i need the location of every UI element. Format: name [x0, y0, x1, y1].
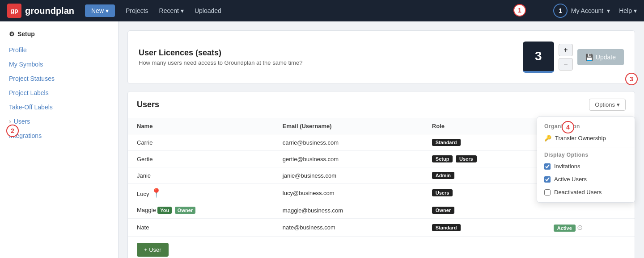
sidebar-item-profile[interactable]: Profile: [0, 43, 118, 57]
add-user-button[interactable]: + User: [137, 243, 169, 257]
help-link[interactable]: Help ▾: [619, 7, 637, 14]
col-name: Name: [128, 118, 274, 134]
sidebar-takeoff-label: Take-Off Labels: [9, 104, 53, 111]
chevron-down-icon: ▾: [607, 7, 610, 14]
chevron-down-icon: ▾: [617, 101, 620, 108]
user-name: Nate: [128, 219, 274, 237]
uploaded-link[interactable]: Uploaded: [195, 7, 221, 14]
annotation-3: 3: [625, 73, 638, 85]
gear-icon: ⚙: [9, 30, 15, 37]
users-title: Users: [137, 100, 159, 109]
sidebar-users-label: Users: [14, 118, 30, 125]
decrement-button[interactable]: −: [559, 58, 573, 71]
active-users-checkbox-item[interactable]: Active Users: [537, 173, 635, 186]
table-row: Nate nate@business.com Standard Active ⊙: [128, 219, 635, 237]
licence-title: User Licences (seats): [139, 48, 302, 58]
user-email: lucy@business.com: [274, 184, 423, 202]
user-role: Admin: [423, 167, 545, 184]
annotation-1: 1: [513, 4, 526, 17]
update-button[interactable]: 💾 Update: [577, 49, 624, 65]
logo[interactable]: gp groundplan: [7, 4, 74, 18]
navbar: gp groundplan New ▾ Projects Recent ▾ Up…: [0, 0, 644, 21]
save-icon: 💾: [585, 54, 593, 61]
table-row: Maggie You Owner maggie@business.com Own…: [128, 202, 635, 219]
user-email: nate@business.com: [274, 219, 423, 237]
chevron-right-icon: ›: [9, 118, 11, 125]
invitations-checkbox[interactable]: [544, 163, 551, 170]
dropdown-divider: [537, 147, 635, 147]
new-button[interactable]: New ▾: [85, 4, 115, 17]
increment-button[interactable]: +: [559, 44, 573, 56]
display-section-label: Display Options: [537, 149, 635, 160]
row-actions: [545, 202, 635, 219]
main-content: User Licences (seats) How many users nee…: [119, 21, 644, 258]
users-header: Users Options ▾: [128, 92, 635, 118]
annotation-2: 2: [6, 125, 19, 137]
location-pin-icon: 📍: [151, 188, 162, 198]
options-button[interactable]: Options ▾: [589, 99, 626, 111]
col-role: Role: [423, 118, 545, 134]
chevron-down-icon: ▾: [181, 7, 184, 14]
main-layout: ⚙ Setup Profile My Symbols Project Statu…: [0, 21, 644, 258]
user-name: Carrie: [128, 134, 274, 151]
sidebar-item-project-statuses[interactable]: Project Statuses: [0, 71, 118, 86]
new-label: New: [91, 7, 104, 14]
recent-link[interactable]: Recent ▾: [159, 7, 184, 14]
deactivated-users-checkbox-item[interactable]: Deactivated Users: [537, 186, 635, 199]
user-email: janie@business.com: [274, 167, 423, 184]
owner-badge: Owner: [175, 207, 195, 214]
setup-section-title: ⚙ Setup: [0, 30, 118, 43]
projects-link[interactable]: Projects: [126, 7, 148, 14]
annotation-4: 4: [562, 121, 574, 133]
deactivated-users-checkbox[interactable]: [544, 189, 551, 196]
account-menu[interactable]: 1 My Account ▾: [553, 4, 610, 18]
org-section-label: Organisation: [537, 121, 635, 131]
row-actions: Active ⊙: [545, 219, 635, 237]
user-role: Owner: [423, 202, 545, 219]
account-icon: 1: [553, 4, 568, 18]
col-email: Email (Username): [274, 118, 423, 134]
licence-controls: 3 + − 💾 Update: [523, 42, 624, 73]
user-role: Standard: [423, 219, 545, 237]
user-name: Gertie: [128, 151, 274, 167]
user-role: Setup Users: [423, 151, 545, 167]
seat-counter: 3: [523, 42, 554, 73]
sidebar-item-symbols[interactable]: My Symbols: [0, 57, 118, 71]
user-name: Janie: [128, 167, 274, 184]
user-name: Lucy 📍: [128, 184, 274, 202]
active-users-checkbox[interactable]: [544, 176, 551, 183]
transfer-ownership-item[interactable]: 🔑 Transfer Ownership: [537, 131, 635, 145]
chevron-down-icon: ▾: [634, 7, 637, 14]
licence-description: How many users need access to Groundplan…: [139, 59, 302, 66]
invitations-checkbox-item[interactable]: Invitations: [537, 160, 635, 173]
licence-inner: User Licences (seats) How many users nee…: [139, 42, 624, 73]
licence-text: User Licences (seats) How many users nee…: [139, 48, 302, 66]
sidebar-item-takeoff-labels[interactable]: Take-Off Labels: [0, 100, 118, 114]
nav-right: 1 My Account ▾ Help ▾: [553, 4, 637, 18]
sidebar: ⚙ Setup Profile My Symbols Project Statu…: [0, 21, 119, 258]
sidebar-symbols-label: My Symbols: [9, 61, 43, 68]
user-name: Maggie You Owner: [128, 202, 274, 219]
licence-card: User Licences (seats) How many users nee…: [127, 30, 635, 84]
you-badge: You: [157, 207, 172, 214]
user-role: Users: [423, 184, 545, 202]
sidebar-labels-label: Project Labels: [9, 89, 49, 96]
user-email: maggie@business.com: [274, 202, 423, 219]
sidebar-statuses-label: Project Statuses: [9, 75, 55, 82]
user-email: gertie@business.com: [274, 151, 423, 167]
logo-text: groundplan: [25, 6, 74, 16]
sidebar-profile-label: Profile: [9, 46, 27, 54]
counter-buttons: + −: [559, 44, 573, 71]
user-email: carrie@business.com: [274, 134, 423, 151]
logo-icon: gp: [7, 4, 21, 18]
key-icon: 🔑: [544, 135, 551, 141]
sidebar-item-users[interactable]: › Users: [0, 114, 118, 129]
user-role: Standard: [423, 134, 545, 151]
chevron-down-icon: ▾: [106, 7, 109, 14]
sidebar-item-project-labels[interactable]: Project Labels: [0, 86, 118, 100]
options-dropdown: Organisation 🔑 Transfer Ownership Displa…: [537, 117, 635, 203]
active-badge: Active: [554, 225, 576, 232]
row-action-icon[interactable]: ⊙: [577, 224, 583, 231]
